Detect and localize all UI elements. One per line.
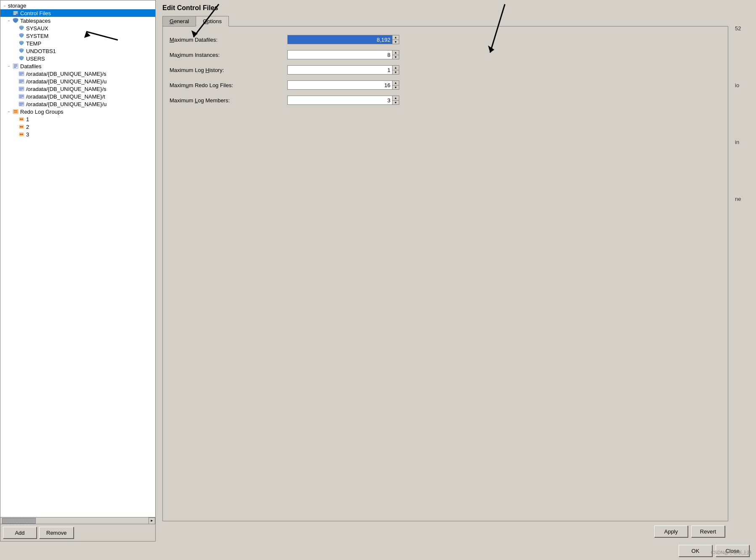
svg-rect-7 <box>13 11 18 12</box>
input-max-datafiles[interactable] <box>287 35 393 44</box>
tab-options[interactable]: Options <box>196 16 229 27</box>
apply-button[interactable]: Apply <box>654 525 688 537</box>
spinner-down-max-redo-log-files[interactable]: ▼ <box>393 85 399 90</box>
expander-df3 <box>12 86 17 91</box>
sidebar-item-rlg3[interactable]: 3 <box>0 131 155 138</box>
sidebar-item-system[interactable]: SYSTEM <box>0 32 155 40</box>
expander-system <box>12 33 17 38</box>
users-icon <box>18 55 25 62</box>
apply-revert-buttons: Apply Revert <box>162 525 728 537</box>
sidebar-item-label-rlg3: 3 <box>26 131 29 138</box>
scroll-thumb[interactable] <box>2 518 36 524</box>
sidebar-item-tablespaces[interactable]: − Tablespaces <box>0 17 155 24</box>
spinner-buttons-max-log-history: ▲ ▼ <box>393 65 399 75</box>
left-panel-buttons: Add Remove <box>0 524 155 541</box>
sidebar-item-control-files[interactable]: Control Files <box>0 9 155 17</box>
form-row-max-instances: Maximum Instances: ▲ ▼ <box>170 50 721 59</box>
sidebar-item-df1[interactable]: /oradata/{DB_UNIQUE_NAME}/s <box>0 70 155 77</box>
svg-rect-23 <box>19 75 22 75</box>
sidebar-item-df4[interactable]: /oradata/{DB_UNIQUE_NAME}/t <box>0 93 155 100</box>
sidebar-item-temp[interactable]: TEMP <box>0 40 155 47</box>
df1-icon <box>18 70 25 77</box>
tree-root-storage[interactable]: − storage <box>0 2 155 9</box>
input-max-redo-log-files[interactable] <box>287 80 393 90</box>
svg-rect-33 <box>19 95 24 96</box>
expander-datafiles: − <box>6 64 11 69</box>
expander-df5 <box>12 101 17 107</box>
input-max-log-history[interactable] <box>287 65 393 75</box>
undotbs1-icon <box>18 48 25 54</box>
sidebar-item-rlg1[interactable]: 1 <box>0 115 155 123</box>
expander-temp <box>12 41 17 46</box>
right-margin: 52 io in ne <box>735 0 756 541</box>
label-u-underline: Maximum Redo Log Files: <box>170 82 233 88</box>
spinner-buttons-max-instances: ▲ ▼ <box>393 50 399 59</box>
tab-panel-options: Maximum Datafiles: ▲ ▼ Maximum Instances… <box>162 26 728 521</box>
revert-button[interactable]: Revert <box>691 525 725 537</box>
content-area: − storage Control Files <box>0 0 756 541</box>
sidebar-item-users[interactable]: USERS <box>0 55 155 62</box>
rlg3-icon <box>18 131 25 138</box>
svg-rect-37 <box>19 103 24 104</box>
horizontal-scrollbar: ► <box>0 517 155 524</box>
sidebar-item-redo-log-groups[interactable]: − Redo Log Groups <box>0 108 155 115</box>
system-icon <box>18 32 25 39</box>
sidebar-item-sysaux[interactable]: SYSAUX <box>0 24 155 32</box>
spinner-up-max-redo-log-files[interactable]: ▲ <box>393 81 399 85</box>
sidebar-item-df2[interactable]: /oradata/{DB_UNIQUE_NAME}/u <box>0 77 155 85</box>
expander-storage: − <box>2 3 7 8</box>
add-button[interactable]: Add <box>3 527 37 539</box>
sidebar-item-df5[interactable]: /oradata/{DB_UNIQUE_NAME}/u <box>0 100 155 108</box>
spinner-buttons-max-datafiles: ▲ ▼ <box>393 35 399 44</box>
spinner-down-max-instances[interactable]: ▼ <box>393 55 399 59</box>
spinner-up-max-datafiles[interactable]: ▲ <box>393 35 399 40</box>
scroll-right-arrow[interactable]: ► <box>149 517 155 524</box>
sidebar-item-label-control-files: Control Files <box>20 10 51 16</box>
spinner-down-max-datafiles[interactable]: ▼ <box>393 40 399 44</box>
spinner-up-max-instances[interactable]: ▲ <box>393 51 399 55</box>
sidebar-item-label-rlg1: 1 <box>26 116 29 123</box>
df2-icon <box>18 78 25 85</box>
right-margin-text3: in <box>735 139 756 145</box>
remove-button[interactable]: Remove <box>39 527 74 539</box>
label-m-underline: Maximum Datafiles: <box>170 37 218 43</box>
form-row-max-log-history: Maximum Log History: ▲ ▼ <box>170 65 721 75</box>
sidebar-item-label-df2: /oradata/{DB_UNIQUE_NAME}/u <box>26 78 106 85</box>
svg-rect-31 <box>19 90 22 91</box>
svg-rect-18 <box>14 66 17 67</box>
sidebar-item-label-temp: TEMP <box>26 40 41 47</box>
expander-control-files <box>6 11 11 16</box>
input-max-log-members[interactable] <box>287 96 393 105</box>
sidebar-item-label-df4: /oradata/{DB_UNIQUE_NAME}/t <box>26 93 105 100</box>
sidebar-item-label-system: SYSTEM <box>26 33 48 39</box>
svg-rect-38 <box>19 104 24 105</box>
expander-users <box>12 56 17 61</box>
expander-tablespaces: − <box>6 18 11 23</box>
svg-rect-17 <box>14 64 17 65</box>
sidebar-item-df3[interactable]: /oradata/{DB_UNIQUE_NAME}/s <box>0 85 155 93</box>
spinner-down-max-log-members[interactable]: ▼ <box>393 100 399 105</box>
spinner-down-max-log-history[interactable]: ▼ <box>393 70 399 75</box>
spinner-up-max-log-history[interactable]: ▲ <box>393 66 399 70</box>
svg-rect-40 <box>13 109 18 114</box>
svg-rect-30 <box>19 89 24 90</box>
sidebar-item-label-undotbs1: UNDOTBS1 <box>26 48 56 54</box>
svg-rect-41 <box>14 110 17 111</box>
label-max-log-history: Maximum Log History: <box>170 67 287 73</box>
spinner-max-datafiles: ▲ ▼ <box>287 35 405 44</box>
rlg1-icon <box>18 116 25 123</box>
spinner-max-instances: ▲ ▼ <box>287 50 405 59</box>
ok-button[interactable]: OK <box>679 545 712 557</box>
sidebar-item-rlg2[interactable]: 2 <box>0 123 155 131</box>
input-max-instances[interactable] <box>287 50 393 59</box>
tab-general[interactable]: General <box>162 16 196 27</box>
df4-icon <box>18 93 25 100</box>
right-margin-text2: io <box>735 82 756 88</box>
sidebar-item-datafiles[interactable]: − Datafiles <box>0 62 155 70</box>
sidebar-item-undotbs1[interactable]: UNDOTBS1 <box>0 47 155 55</box>
right-margin-text4: ne <box>735 196 756 202</box>
right-panel: Edit Control Files General Options Maxim… <box>156 0 735 541</box>
spinner-up-max-log-members[interactable]: ▲ <box>393 96 399 100</box>
scroll-track[interactable] <box>0 517 149 524</box>
tabs-container: General Options <box>162 16 728 27</box>
